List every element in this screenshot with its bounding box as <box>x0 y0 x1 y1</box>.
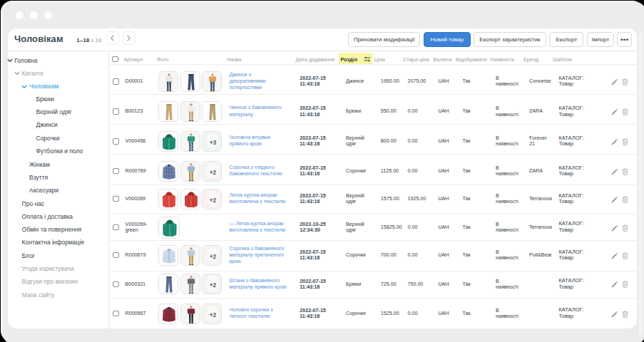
svg-text:+2: +2 <box>210 311 217 318</box>
svg-text:+2: +2 <box>210 169 217 176</box>
svg-text:+3: +3 <box>210 139 217 146</box>
svg-text:+2: +2 <box>210 197 217 204</box>
svg-text:+2: +2 <box>210 253 217 260</box>
svg-text:+2: +2 <box>210 281 217 289</box>
